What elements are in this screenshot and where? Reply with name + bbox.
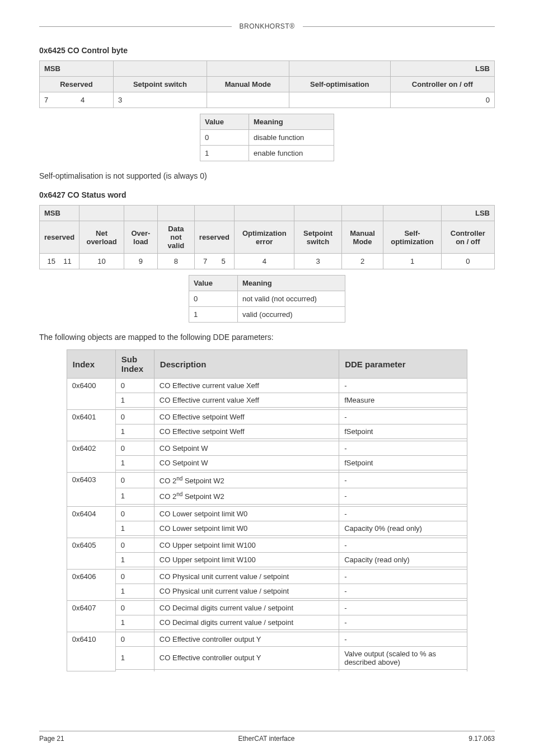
- cell-subindex: 1: [115, 521, 154, 535]
- cell-dde-parameter: Capacity (read only): [339, 552, 467, 567]
- col-controller-onoff: Controller on / off: [441, 221, 494, 254]
- cell-subindex: 0: [115, 569, 154, 584]
- control-byte-table: MSB LSB Reserved Setpoint switch Manual …: [39, 60, 495, 108]
- section-title-control-byte: 0x6425 CO Control byte: [39, 46, 495, 55]
- col-self-optimization: Self-optimization: [383, 221, 441, 254]
- cell-subindex: 0: [115, 538, 154, 552]
- cell-description: CO Lower setpoint limit W0: [154, 506, 339, 521]
- status-word-value-meaning: Value Meaning 0 not valid (not occurred)…: [189, 275, 345, 323]
- cell-subindex: 1: [115, 615, 154, 629]
- cell-index: 0x6402: [67, 441, 115, 473]
- cell-description: CO Lower setpoint limit W0: [154, 521, 339, 535]
- mapping-intro: The following objects are mapped to the …: [39, 333, 495, 342]
- cell-dde-parameter: -: [339, 615, 467, 629]
- cell-description: CO Physical unit current value / setpoin…: [154, 584, 339, 598]
- col-controller-onoff: Controller on / off: [390, 77, 494, 92]
- th-subindex: Sub Index: [115, 350, 154, 379]
- col-data-not-valid: Data not valid: [158, 221, 195, 254]
- table-row: 0x64030CO 2nd Setpoint W2-: [67, 473, 467, 488]
- bit-blank-2: [289, 92, 390, 108]
- vm-header-meaning: Meaning: [238, 276, 345, 291]
- vm-header-value: Value: [200, 114, 249, 130]
- cell-index: 0x6410: [67, 632, 115, 671]
- cell-dde-parameter: -: [339, 538, 467, 552]
- cell-subindex: 0: [115, 379, 154, 393]
- table-row: 1CO 2nd Setpoint W2-: [67, 488, 467, 504]
- table-row: 1CO Physical unit current value / setpoi…: [67, 584, 467, 598]
- cell-subindex: 0: [115, 506, 154, 521]
- bit-3: 3: [113, 92, 207, 108]
- cell-dde-parameter: -: [339, 379, 467, 393]
- section-title-status-word: 0x6427 CO Status word: [39, 190, 495, 199]
- cell-index: 0x6401: [67, 410, 115, 441]
- col-setpoint-switch: Setpoint switch: [113, 77, 207, 92]
- cell-subindex: 1: [115, 456, 154, 470]
- bit-blank-1: [207, 92, 289, 108]
- table-row: 0x64010CO Effective setpoint Weff-: [67, 410, 467, 424]
- cell-index: 0x6404: [67, 506, 115, 538]
- cell-dde-parameter: -: [339, 506, 467, 521]
- vm-row: 1 valid (occurred): [189, 307, 345, 323]
- cell-subindex: 0: [115, 632, 154, 646]
- bits-7-4: 7 4: [40, 92, 114, 108]
- cell-dde-parameter: -: [339, 441, 467, 456]
- cell-description: CO Effective current value Xeff: [154, 393, 339, 408]
- col-optimization-error: Optimization error: [235, 221, 294, 254]
- table-row: 1CO Effective current value XefffMeasure: [67, 393, 467, 408]
- cell-dde-parameter: fSetpoint: [339, 424, 467, 439]
- th-description: Description: [154, 350, 339, 379]
- page-footer: Page 21 EtherCAT interface 9.17.063: [39, 731, 495, 743]
- table-row: 0x64060CO Physical unit current value / …: [67, 569, 467, 584]
- cell-description: CO Decimal digits current value / setpoi…: [154, 600, 339, 615]
- lsb-label: LSB: [390, 61, 494, 77]
- table-row: 1CO Lower setpoint limit W0Capacity 0% (…: [67, 521, 467, 535]
- status-word-bits-row: 15 11 10 9 8 7 5 4 3 2 1 0: [40, 254, 495, 269]
- col-manual-mode: Manual Mode: [341, 221, 383, 254]
- msb-label: MSB: [40, 206, 79, 221]
- col-reserved-2: reserved: [194, 221, 234, 254]
- cell-subindex: 0: [115, 600, 154, 615]
- cell-description: CO Effective current value Xeff: [154, 379, 339, 393]
- vm-header-value: Value: [189, 276, 238, 291]
- col-overload: Over-load: [124, 221, 157, 254]
- table-row: 1CO Effective setpoint WefffSetpoint: [67, 424, 467, 439]
- table-row: 1CO Effective controller output YValve o…: [67, 646, 467, 669]
- footer-title: EtherCAT interface: [238, 735, 295, 743]
- table-row: 1CO Setpoint WfSetpoint: [67, 456, 467, 470]
- cell-dde-parameter: Capacity 0% (read only): [339, 521, 467, 535]
- cell-description: CO Setpoint W: [154, 456, 339, 470]
- cell-dde-parameter: -: [339, 632, 467, 646]
- vm-row: 0 not valid (not occurred): [189, 291, 345, 307]
- header-rule: BRONKHORST®: [39, 22, 495, 30]
- footer-page: Page 21: [39, 735, 64, 743]
- cell-description: CO 2nd Setpoint W2: [154, 488, 339, 504]
- cell-subindex: 0: [115, 410, 154, 424]
- table-row: 0x64040CO Lower setpoint limit W0-: [67, 506, 467, 521]
- table-row: 1CO Upper setpoint limit W100Capacity (r…: [67, 552, 467, 567]
- cell-dde-parameter: Valve output (scaled to % as described a…: [339, 646, 467, 669]
- cell-subindex: 0: [115, 473, 154, 488]
- cell-dde-parameter: -: [339, 600, 467, 615]
- cell-description: CO Decimal digits current value / setpoi…: [154, 615, 339, 629]
- lsb-label: LSB: [441, 206, 494, 221]
- col-reserved: Reserved: [40, 77, 114, 92]
- msb-label: MSB: [40, 61, 114, 77]
- cell-index: 0x6403: [67, 473, 115, 507]
- bit-0: 0: [390, 92, 494, 108]
- control-byte-bits-row: 7 4 3 0: [40, 92, 495, 108]
- cell-subindex: 0: [115, 441, 154, 456]
- cell-subindex: 1: [115, 646, 154, 669]
- cell-description: CO Upper setpoint limit W100: [154, 538, 339, 552]
- cell-dde-parameter: -: [339, 488, 467, 504]
- table-row: 1CO Decimal digits current value / setpo…: [67, 615, 467, 629]
- col-net-overload: Net overload: [79, 221, 124, 254]
- table-row: 0x64070CO Decimal digits current value /…: [67, 600, 467, 615]
- brand-text: BRONKHORST®: [232, 22, 303, 30]
- vm-row: 1 enable function: [200, 146, 334, 161]
- cell-description: CO Setpoint W: [154, 441, 339, 456]
- table-row: 0x64100CO Effective controller output Y-: [67, 632, 467, 646]
- th-index: Index: [67, 350, 115, 379]
- cell-description: CO Effective setpoint Weff: [154, 410, 339, 424]
- cell-dde-parameter: -: [339, 410, 467, 424]
- vm-row: 0 disable function: [200, 130, 334, 146]
